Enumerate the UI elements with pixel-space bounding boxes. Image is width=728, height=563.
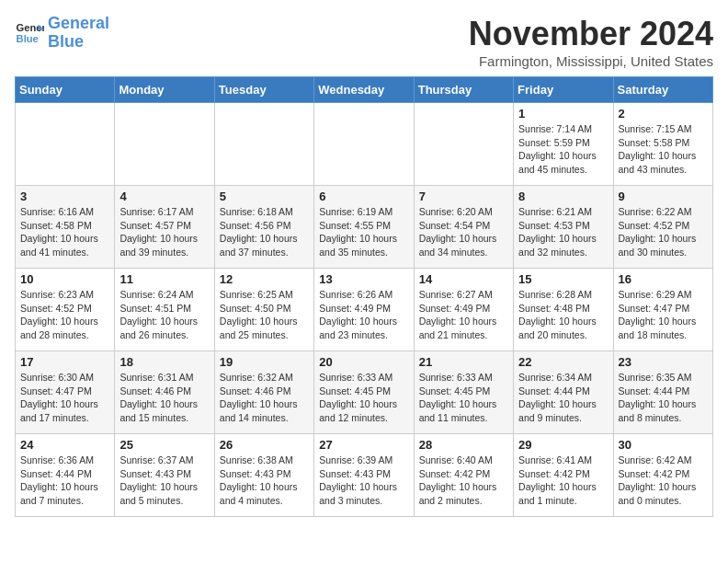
day-info: Sunrise: 6:32 AM Sunset: 4:46 PM Dayligh… <box>220 371 309 425</box>
calendar-cell: 20Sunrise: 6:33 AM Sunset: 4:45 PM Dayli… <box>314 351 414 434</box>
calendar-cell: 23Sunrise: 6:35 AM Sunset: 4:44 PM Dayli… <box>613 351 712 434</box>
day-info: Sunrise: 6:21 AM Sunset: 4:53 PM Dayligh… <box>518 205 608 259</box>
calendar-cell <box>314 103 414 186</box>
day-number: 20 <box>319 355 408 369</box>
day-info: Sunrise: 6:33 AM Sunset: 4:45 PM Dayligh… <box>419 371 508 425</box>
day-info: Sunrise: 6:19 AM Sunset: 4:55 PM Dayligh… <box>319 205 408 259</box>
calendar-cell <box>115 103 214 186</box>
day-info: Sunrise: 6:41 AM Sunset: 4:42 PM Dayligh… <box>518 454 608 508</box>
weekday-header: Friday <box>514 77 613 103</box>
day-number: 16 <box>619 272 708 286</box>
calendar-cell <box>16 103 115 186</box>
day-info: Sunrise: 6:18 AM Sunset: 4:56 PM Dayligh… <box>220 205 309 259</box>
calendar-cell: 21Sunrise: 6:33 AM Sunset: 4:45 PM Dayli… <box>414 351 513 434</box>
day-info: Sunrise: 6:36 AM Sunset: 4:44 PM Dayligh… <box>20 454 109 508</box>
calendar-cell: 17Sunrise: 6:30 AM Sunset: 4:47 PM Dayli… <box>16 351 115 434</box>
day-number: 17 <box>20 355 109 369</box>
calendar-cell <box>214 103 313 186</box>
calendar-cell <box>414 103 513 186</box>
day-number: 8 <box>518 190 608 203</box>
weekday-header: Thursday <box>414 77 513 103</box>
day-info: Sunrise: 6:35 AM Sunset: 4:44 PM Dayligh… <box>619 371 708 425</box>
day-number: 28 <box>419 438 508 452</box>
day-number: 26 <box>220 438 309 452</box>
calendar-cell: 25Sunrise: 6:37 AM Sunset: 4:43 PM Dayli… <box>115 434 214 517</box>
day-info: Sunrise: 6:42 AM Sunset: 4:42 PM Dayligh… <box>619 454 708 508</box>
month-title: November 2024 <box>469 15 713 53</box>
day-number: 27 <box>319 438 408 452</box>
calendar-cell: 12Sunrise: 6:25 AM Sunset: 4:50 PM Dayli… <box>214 269 313 351</box>
day-info: Sunrise: 6:31 AM Sunset: 4:46 PM Dayligh… <box>119 371 209 425</box>
day-info: Sunrise: 6:37 AM Sunset: 4:43 PM Dayligh… <box>119 454 209 508</box>
day-number: 10 <box>20 272 109 286</box>
calendar-cell: 29Sunrise: 6:41 AM Sunset: 4:42 PM Dayli… <box>514 434 613 517</box>
weekday-header: Monday <box>115 77 214 103</box>
day-info: Sunrise: 6:22 AM Sunset: 4:52 PM Dayligh… <box>619 205 708 259</box>
logo: General Blue General Blue <box>15 15 109 52</box>
calendar-cell: 11Sunrise: 6:24 AM Sunset: 4:51 PM Dayli… <box>115 269 214 351</box>
calendar-cell: 14Sunrise: 6:27 AM Sunset: 4:49 PM Dayli… <box>414 269 513 351</box>
calendar-cell: 10Sunrise: 6:23 AM Sunset: 4:52 PM Dayli… <box>16 269 115 351</box>
day-number: 30 <box>619 438 708 452</box>
day-number: 18 <box>119 355 209 369</box>
day-info: Sunrise: 6:40 AM Sunset: 4:42 PM Dayligh… <box>419 454 508 508</box>
calendar-cell: 4Sunrise: 6:17 AM Sunset: 4:57 PM Daylig… <box>115 186 214 269</box>
day-info: Sunrise: 6:29 AM Sunset: 4:47 PM Dayligh… <box>619 288 708 342</box>
svg-text:Blue: Blue <box>17 32 39 43</box>
title-block: November 2024 Farmington, Mississippi, U… <box>469 15 713 69</box>
weekday-header: Saturday <box>613 77 712 103</box>
calendar-cell: 30Sunrise: 6:42 AM Sunset: 4:42 PM Dayli… <box>613 434 712 517</box>
calendar-cell: 22Sunrise: 6:34 AM Sunset: 4:44 PM Dayli… <box>514 351 613 434</box>
calendar-cell: 3Sunrise: 6:16 AM Sunset: 4:58 PM Daylig… <box>16 186 115 269</box>
day-info: Sunrise: 6:23 AM Sunset: 4:52 PM Dayligh… <box>20 288 109 342</box>
weekday-header: Sunday <box>16 77 115 103</box>
location: Farmington, Mississippi, United States <box>469 53 713 69</box>
day-info: Sunrise: 6:24 AM Sunset: 4:51 PM Dayligh… <box>119 288 209 342</box>
day-number: 22 <box>518 355 608 369</box>
day-info: Sunrise: 7:15 AM Sunset: 5:58 PM Dayligh… <box>619 122 708 177</box>
calendar-cell: 27Sunrise: 6:39 AM Sunset: 4:43 PM Dayli… <box>314 434 414 517</box>
calendar-cell: 1Sunrise: 7:14 AM Sunset: 5:59 PM Daylig… <box>514 103 613 186</box>
day-number: 29 <box>518 438 608 452</box>
calendar-cell: 9Sunrise: 6:22 AM Sunset: 4:52 PM Daylig… <box>613 186 712 269</box>
day-info: Sunrise: 6:17 AM Sunset: 4:57 PM Dayligh… <box>119 205 209 259</box>
day-number: 24 <box>20 438 109 452</box>
day-number: 6 <box>319 190 408 203</box>
day-info: Sunrise: 7:14 AM Sunset: 5:59 PM Dayligh… <box>518 122 608 177</box>
logo-line2: Blue <box>48 32 84 51</box>
day-info: Sunrise: 6:33 AM Sunset: 4:45 PM Dayligh… <box>319 371 408 425</box>
day-number: 9 <box>619 190 708 203</box>
day-number: 11 <box>119 272 209 286</box>
day-number: 5 <box>220 190 309 203</box>
page-header: General Blue General Blue November 2024 … <box>15 15 713 69</box>
calendar-cell: 26Sunrise: 6:38 AM Sunset: 4:43 PM Dayli… <box>214 434 313 517</box>
calendar: SundayMondayTuesdayWednesdayThursdayFrid… <box>15 76 713 517</box>
day-info: Sunrise: 6:28 AM Sunset: 4:48 PM Dayligh… <box>518 288 608 342</box>
calendar-cell: 8Sunrise: 6:21 AM Sunset: 4:53 PM Daylig… <box>514 186 613 269</box>
logo-icon: General Blue <box>15 18 44 48</box>
logo-line1: General <box>48 14 109 32</box>
day-number: 7 <box>419 190 508 203</box>
logo-text: General Blue <box>48 15 109 52</box>
calendar-header: SundayMondayTuesdayWednesdayThursdayFrid… <box>16 77 713 103</box>
day-number: 19 <box>220 355 309 369</box>
day-info: Sunrise: 6:38 AM Sunset: 4:43 PM Dayligh… <box>220 454 309 508</box>
calendar-cell: 18Sunrise: 6:31 AM Sunset: 4:46 PM Dayli… <box>115 351 214 434</box>
day-number: 25 <box>119 438 209 452</box>
day-info: Sunrise: 6:34 AM Sunset: 4:44 PM Dayligh… <box>518 371 608 425</box>
day-info: Sunrise: 6:20 AM Sunset: 4:54 PM Dayligh… <box>419 205 508 259</box>
day-info: Sunrise: 6:16 AM Sunset: 4:58 PM Dayligh… <box>20 205 109 259</box>
day-number: 21 <box>419 355 508 369</box>
day-number: 12 <box>220 272 309 286</box>
day-info: Sunrise: 6:30 AM Sunset: 4:47 PM Dayligh… <box>20 371 109 425</box>
day-info: Sunrise: 6:26 AM Sunset: 4:49 PM Dayligh… <box>319 288 408 342</box>
calendar-cell: 24Sunrise: 6:36 AM Sunset: 4:44 PM Dayli… <box>16 434 115 517</box>
calendar-cell: 19Sunrise: 6:32 AM Sunset: 4:46 PM Dayli… <box>214 351 313 434</box>
day-info: Sunrise: 6:27 AM Sunset: 4:49 PM Dayligh… <box>419 288 508 342</box>
day-number: 3 <box>20 190 109 203</box>
calendar-cell: 28Sunrise: 6:40 AM Sunset: 4:42 PM Dayli… <box>414 434 513 517</box>
weekday-header: Tuesday <box>214 77 313 103</box>
day-number: 14 <box>419 272 508 286</box>
day-number: 23 <box>619 355 708 369</box>
day-number: 15 <box>518 272 608 286</box>
